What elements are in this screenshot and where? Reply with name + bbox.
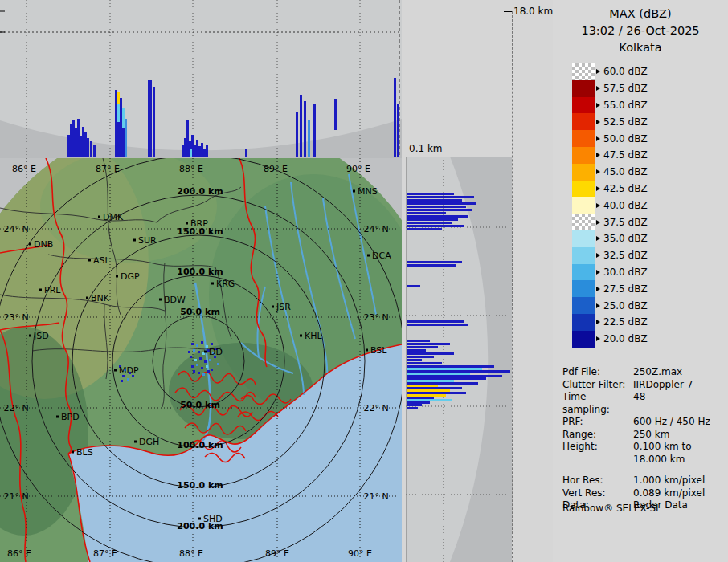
legend-swatch [572,63,595,80]
echo-bar [407,346,438,348]
legend-label: 42.5 dBZ [603,183,648,194]
echo-bar [153,87,155,157]
echo-bar [186,120,189,157]
legend-label: 25.0 dBZ [603,300,648,312]
legend-label: 57.5 dBZ [603,83,648,94]
echo-bar [304,101,306,157]
echo-bar [407,392,466,394]
legend-tick-icon [596,236,600,241]
echo-pixel [194,359,197,361]
echo-bar [407,264,456,267]
echo-bar [90,141,92,157]
echo-pixel [209,359,211,361]
echo-pixel [207,349,210,352]
echo-bar [122,128,125,157]
legend-swatch [572,97,595,114]
echo-bar [115,90,117,157]
legend-row: 47.5 dBZ [572,147,648,164]
info-field-label: Hor Res: [562,474,633,487]
echo-bar [67,135,70,157]
echo-bar [407,385,438,387]
legend-label: 60.0 dBZ [603,66,648,77]
echo-bar [201,143,203,157]
echo-bar [407,212,446,214]
echo-bar [407,206,466,208]
product-info: Pdf File:250Z.maxClutter Filter:IIRDoppl… [562,366,725,521]
echo-pixel [215,348,218,350]
height-axis-max-label: 18.0 km [513,6,553,17]
legend-label: 47.5 dBZ [603,149,648,161]
echo-bar [203,149,206,157]
echo-pixel [201,341,203,344]
info-row: Pdf File:250Z.max [562,366,725,379]
echo-bar [407,404,422,406]
product-header: MAX (dBZ) 13:02 / 26-Oct-2025 Kolkata [553,0,728,56]
legend-tick-icon [596,186,600,191]
product-datetime: 13:02 / 26-Oct-2025 [553,22,728,39]
echo-bar [407,202,476,205]
echo-bar [407,380,454,382]
legend-row: 32.5 dBZ [572,247,648,264]
echo-bar [120,98,122,157]
height-axis-line [512,11,513,562]
info-field-label: Range: [562,429,633,442]
legend-label: 40.0 dBZ [603,200,648,211]
legend-label: 32.5 dBZ [603,250,648,261]
echo-pixel [193,370,195,373]
echo-pixel [193,349,195,352]
echo-bar [407,215,468,218]
legend-tick-icon [596,270,600,275]
info-field-value: 250Z.max [633,366,682,379]
echo-bar [407,340,430,342]
echo-pixel [207,370,210,373]
echo-pixel [129,372,131,374]
echo-bar [407,209,472,211]
echo-bar [407,401,430,404]
info-field-value: 250 km [633,429,669,442]
legend-tick-icon [596,120,600,124]
legend-label: 52.5 dBZ [603,116,648,128]
echo-pixel [217,363,219,365]
height-projection-side-panel [406,157,512,562]
echo-bar [206,145,208,157]
legend-tick-icon [596,336,600,341]
echo-pixel [119,365,121,368]
legend-row: 57.5 dBZ [572,80,648,97]
legend-swatch [572,147,595,164]
legend-row: 52.5 dBZ [572,113,648,130]
legend-label: 20.0 dBZ [603,333,648,344]
echo-bar [407,225,464,227]
legend-swatch [572,130,595,147]
basemap [0,158,402,562]
legend-swatch [572,280,595,297]
legend-row: 20.0 dBZ [572,331,648,348]
echo-pixel [198,372,200,374]
legend-swatch [572,264,595,281]
legend-tick-icon [596,153,600,157]
legend-label: 30.0 dBZ [603,267,648,278]
echo-bar [198,146,201,157]
echo-bar [407,389,450,392]
info-field-value: 1.000 km/pixel [633,474,705,487]
legend-row: 35.0 dBZ [572,230,648,247]
echo-bar [407,394,446,397]
echo-bar [117,122,120,157]
legend-tick-icon [596,220,600,225]
echo-bar [122,108,125,128]
echo-pixel [127,378,129,381]
echo-pixel [202,352,205,355]
echo-pixel [199,357,202,360]
info-field-label: PRF: [562,416,633,429]
legend-swatch [572,113,595,130]
echo-bar [407,218,458,221]
echo-pixel [196,344,198,347]
echo-bar [407,407,418,409]
info-row: Hor Res:1.000 km/pixel [562,474,725,487]
legend-swatch [572,164,595,181]
echo-pixel [132,375,134,377]
legend-row: 45.0 dBZ [572,164,648,181]
legend-label: 22.5 dBZ [603,316,648,328]
echo-pixel [196,364,198,366]
echo-bar [313,104,316,157]
info-field-label: Height: [562,441,633,466]
